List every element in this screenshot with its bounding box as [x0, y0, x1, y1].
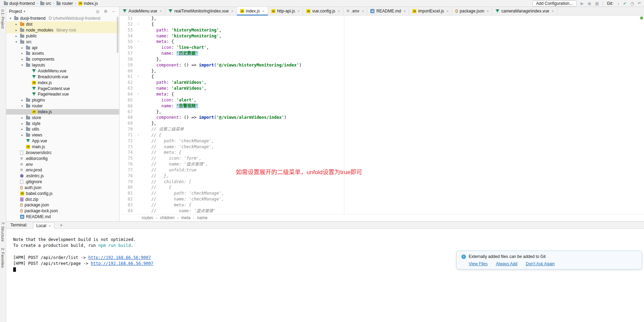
tree-item--editorconfig[interactable]: ⚙.editorconfig: [6, 155, 119, 161]
code-line[interactable]: 84 // name: '盘点管理': [120, 208, 644, 214]
code-line[interactable]: 81 // path: 'checkManage',: [120, 190, 644, 196]
tree-item-duoji-frontend[interactable]: ▾duoji-frontendD:\zheheWeb\duoji-fronten…: [6, 16, 119, 21]
chevron-right-icon[interactable]: ▸: [20, 57, 24, 61]
editor-tab-readme-md[interactable]: MREADME.md×: [367, 7, 409, 15]
coverage-icon[interactable]: ▦: [595, 1, 599, 6]
close-icon[interactable]: ×: [231, 9, 233, 13]
chevron-down-icon[interactable]: ▾: [24, 10, 25, 13]
editor-tab-realtimemonitoring-index-vue[interactable]: realTimeMonitoring\index.vue×: [165, 7, 237, 15]
locate-icon[interactable]: ◎: [94, 9, 100, 14]
rollback-icon[interactable]: ↶: [638, 1, 641, 6]
editor-breadcrumb-item[interactable]: name: [197, 215, 208, 220]
tree-item-main-js[interactable]: JSmain.js: [6, 144, 119, 150]
tree-item--eslintrc-js[interactable]: .eslintrc.js: [6, 173, 119, 179]
code-line[interactable]: 58 },: [120, 56, 644, 62]
code-line[interactable]: 73 // name: 'checkManage',: [120, 144, 644, 150]
close-icon[interactable]: ×: [298, 9, 300, 13]
code-line[interactable]: 65 icon: 'alert',: [120, 97, 644, 103]
terminal-link[interactable]: http://192.168.66.56:9007: [91, 261, 153, 266]
code-line[interactable]: 64▾ meta: {: [120, 91, 644, 97]
fold-icon[interactable]: ▾: [135, 21, 141, 27]
close-icon[interactable]: ×: [404, 9, 406, 13]
tree-item-plugins[interactable]: ▸plugins: [6, 97, 119, 103]
breadcrumb-item[interactable]: JSindex.js: [77, 1, 99, 6]
breadcrumb-item[interactable]: router: [55, 1, 74, 6]
editor-breadcrumb-item[interactable]: meta: [181, 215, 191, 220]
editor-tab-index-js[interactable]: JSindex.js×: [237, 7, 268, 15]
tree-item-dist-zip[interactable]: dist.zip: [6, 196, 119, 202]
code-line[interactable]: 52▾ {: [120, 21, 644, 27]
tree-item-index-js[interactable]: JSindex.js: [6, 109, 119, 115]
fold-icon[interactable]: ▾: [135, 132, 141, 138]
chevron-right-icon[interactable]: ▸: [20, 133, 24, 137]
editor-tab-package-json[interactable]: {}package.json×: [452, 7, 492, 15]
code-line[interactable]: 63 name: 'alarmVideos',: [120, 86, 644, 91]
notification-link-view-files[interactable]: View Files: [469, 261, 487, 266]
code-line[interactable]: 77 // unfold:true: [120, 167, 644, 173]
tree-scrollbar[interactable]: [117, 17, 118, 53]
tree-item-components[interactable]: ▸components: [6, 56, 119, 62]
breadcrumb-item[interactable]: duoji-frontend: [3, 1, 36, 6]
hide-panel-icon[interactable]: ─: [111, 9, 116, 14]
code-line[interactable]: 68 component: () => import('@/views/alar…: [120, 115, 644, 120]
code-line[interactable]: 61▾ {: [120, 74, 644, 80]
chevron-down-icon[interactable]: ▾: [14, 40, 18, 44]
code-line[interactable]: 53 path: 'historyMonitoring',: [120, 27, 644, 33]
editor-tab-importexcel-js[interactable]: JSimportExcel.js×: [409, 7, 452, 15]
tree-item-dist[interactable]: ▸dist: [6, 21, 119, 27]
editor-tab-cameramanage-index-vue[interactable]: cameraManage\index.vue×: [492, 7, 557, 15]
sidebar-tab-structure[interactable]: 7: Structure: [1, 222, 5, 242]
code-line[interactable]: 59 component: () => import('@/views/hist…: [120, 62, 644, 68]
code-line[interactable]: 69 },: [120, 120, 644, 126]
close-icon[interactable]: ×: [338, 9, 340, 13]
tree-item-package-json[interactable]: {}package.json: [6, 202, 119, 208]
tree-item-readme-md[interactable]: MREADME.md: [6, 214, 119, 220]
sidebar-tab-project[interactable]: 1: Project: [1, 12, 5, 28]
close-icon[interactable]: ×: [362, 9, 364, 13]
notification-link-always-add[interactable]: Always Add: [496, 261, 517, 266]
code-line[interactable]: 76 // name: '盘点管理',: [120, 161, 644, 167]
sidebar-tab-favorites[interactable]: 2: Favorites: [1, 248, 5, 268]
tree-item-pagecontent-vue[interactable]: PageContent.vue: [6, 86, 119, 91]
chevron-right-icon[interactable]: ▸: [20, 52, 24, 55]
tree-item-index-js[interactable]: JSindex.js: [6, 80, 119, 86]
tree-item--browserslistrc[interactable]: .browserslistrc: [6, 150, 119, 155]
tree-item-router[interactable]: ▾router: [6, 103, 119, 109]
new-terminal-icon[interactable]: +: [60, 222, 63, 228]
code-line[interactable]: 79 // children: [: [120, 179, 644, 185]
tree-item-src[interactable]: ▾src: [6, 39, 119, 45]
chevron-right-icon[interactable]: ▸: [20, 127, 24, 131]
editor-tab-vue-config-js[interactable]: JSvue.config.js×: [303, 7, 343, 15]
close-icon[interactable]: ×: [262, 9, 264, 13]
chevron-right-icon[interactable]: ▸: [14, 34, 18, 38]
close-icon[interactable]: ×: [48, 224, 51, 228]
code-line[interactable]: 83 // meta: {: [120, 202, 644, 208]
code-line[interactable]: 75 // icon: 'form',: [120, 155, 644, 161]
chevron-right-icon[interactable]: ▸: [14, 23, 18, 26]
chevron-right-icon[interactable]: ▸: [20, 116, 24, 119]
chevron-right-icon[interactable]: ▸: [14, 28, 18, 32]
chevron-down-icon[interactable]: ▾: [8, 17, 12, 20]
gear-icon[interactable]: ⚙: [103, 9, 109, 14]
fold-icon[interactable]: ▾: [135, 74, 141, 80]
code-line[interactable]: 57 name: '历史数据': [120, 51, 644, 56]
tree-item-utils[interactable]: ▸utils: [6, 126, 119, 132]
chevron-down-icon[interactable]: ▾: [20, 63, 24, 67]
tree-item-store[interactable]: ▸store: [6, 115, 119, 120]
tree-item-breadcrumb-vue[interactable]: Breadcrumb.vue: [6, 74, 119, 80]
code-editor[interactable]: 51 },52▾ {53 path: 'historyMonitoring',5…: [120, 16, 644, 214]
tree-item-asidemenu-vue[interactable]: AsideMenu.vue: [6, 68, 119, 74]
notification-link-don-t-ask-again[interactable]: Don't Ask Again: [526, 261, 555, 266]
breadcrumb-item[interactable]: src: [39, 1, 52, 6]
tree-item-auth-json[interactable]: {}auth.json: [6, 185, 119, 190]
code-line[interactable]: 80 // {: [120, 185, 644, 190]
tree-item-assets[interactable]: ▸assets: [6, 51, 119, 56]
code-line[interactable]: 74 // meta: {: [120, 150, 644, 155]
tree-item-pageheader-vue[interactable]: PageHeader.vue: [6, 91, 119, 97]
editor-tab--env[interactable]: ⚙.env×: [343, 7, 367, 15]
code-line[interactable]: 56 icon: 'line-chart',: [120, 45, 644, 51]
code-line[interactable]: 67 },: [120, 109, 644, 115]
terminal-link[interactable]: http://192.168.66.56:9007: [88, 255, 151, 260]
run-icon[interactable]: ▶: [581, 1, 584, 6]
git-commit-icon[interactable]: ✔: [623, 1, 626, 6]
